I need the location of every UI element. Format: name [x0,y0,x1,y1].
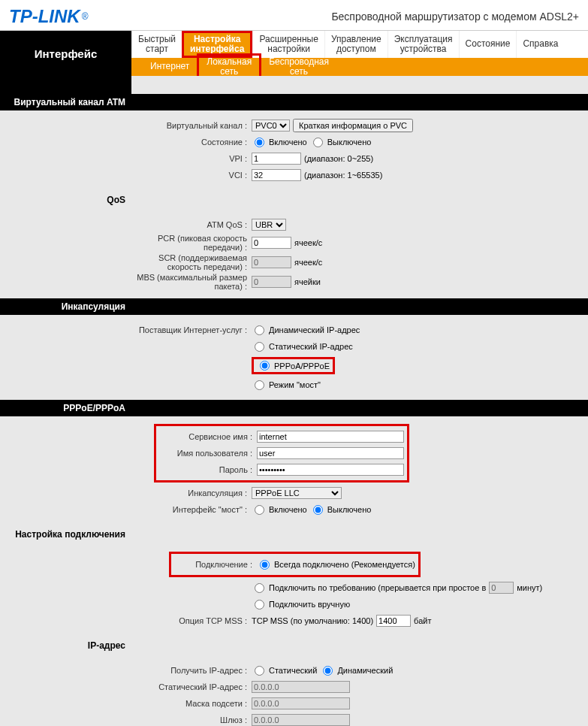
user-input[interactable] [257,447,404,459]
ip-static-radio[interactable] [255,666,264,676]
nav-sub-wireless[interactable]: Беспроводная сеть [261,56,336,78]
state-off-radio[interactable] [313,138,323,147]
section-encap: Инкапсуляция [0,298,131,315]
pass-label: Пароль : [159,465,257,474]
mss-label: Опция TCP MSS : [131,616,252,625]
nav-help[interactable]: Справка [516,31,564,58]
mss-input[interactable] [376,615,411,627]
bridge-on-radio[interactable] [255,505,264,515]
state-label: Состояние : [131,138,252,147]
nav-access[interactable]: Управление доступом [324,31,387,58]
nav: Интерфейс Быстрый старт Настройка интерф… [0,31,588,76]
staticip-input [252,681,350,693]
conn-ondemand-radio[interactable] [255,583,264,593]
nav-sub-internet[interactable]: Интернет [143,60,197,73]
isp-stat-radio[interactable] [255,342,264,352]
section-atm: Виртуальный канал ATM [0,94,131,110]
nav-maintenance[interactable]: Эксплуатация устройства [387,31,459,58]
bridge-off-radio[interactable] [313,505,323,515]
bridge-if-label: Интерфейс "мост" : [131,505,252,514]
nav-status[interactable]: Состояние [459,31,517,58]
svc-input[interactable] [257,431,404,443]
staticip-label: Статический IP-адрес : [131,682,252,691]
section-ip: IP-адрес [0,636,131,655]
vpi-label: VPI : [131,154,252,163]
vci-input[interactable] [252,169,301,181]
vpi-input[interactable] [252,153,301,165]
mbs-label: MBS (максимальный размер пакета) : [131,273,252,291]
isp-bridge-radio[interactable] [255,380,264,390]
gw-label: Шлюз : [131,715,252,724]
section-conn: Настройка подключения [0,525,131,544]
section-qos: QoS [0,190,131,210]
nav-sub: Интернет Локальная сеть Беспроводная сет… [131,58,588,76]
vci-hint: (диапазон: 1~65535) [304,171,382,180]
ip-dyn-radio[interactable] [323,666,333,676]
nav-side-title: Интерфейс [0,31,131,76]
logo-registered-icon: ® [82,11,89,22]
pcr-label: PCR (пиковая скорость передачи) : [131,234,252,252]
vci-label: VCI : [131,171,252,180]
logo-text: TP-LINK [9,6,80,27]
scr-label: SCR (поддерживаемая скорость передачи) : [131,253,252,271]
isp-ppp-radio[interactable] [260,361,270,371]
header: TP-LINK® Беспроводной маршрутизатор с мо… [0,0,588,31]
conn-always-radio[interactable] [260,560,270,570]
isp-label: Поставщик Интернет-услуг : [131,325,252,334]
mask-label: Маска подсети : [131,699,252,708]
header-subtitle: Беспроводной маршрутизатор с модемом ADS… [331,11,579,23]
vc-select[interactable]: PVC0 [252,119,290,132]
ppp-encap-select[interactable]: PPPoE LLC [252,487,342,499]
idle-input [489,582,514,594]
state-on-radio[interactable] [255,138,264,147]
vc-label: Виртуальный канал : [131,121,252,130]
conn-label: Подключение : [174,560,257,569]
atmqos-label: ATM QoS : [131,220,252,229]
pcr-input[interactable] [252,237,291,249]
pvc-info-button[interactable]: Краткая информация о PVC [293,119,413,132]
user-label: Имя пользователя : [159,449,257,458]
atmqos-select[interactable]: UBR [252,219,286,231]
gw-input [252,714,350,726]
nav-quickstart[interactable]: Быстрый старт [131,31,182,58]
isp-dyn-radio[interactable] [255,325,264,335]
mask-input [252,697,350,709]
conn-manual-radio[interactable] [255,600,264,610]
logo: TP-LINK® [9,6,89,27]
nav-advanced[interactable]: Расширенные настройки [252,31,324,58]
getip-label: Получить IP-адрес : [131,666,252,675]
section-pppoe: PPPoE/PPPoA [0,400,131,416]
vpi-hint: (диапазон: 0~255) [304,154,373,163]
scr-input [252,256,291,268]
pass-input[interactable] [257,464,404,476]
ppp-encap-label: Инкапсуляция : [131,489,252,498]
mbs-input [252,276,291,288]
svc-label: Сервисное имя : [159,432,257,441]
